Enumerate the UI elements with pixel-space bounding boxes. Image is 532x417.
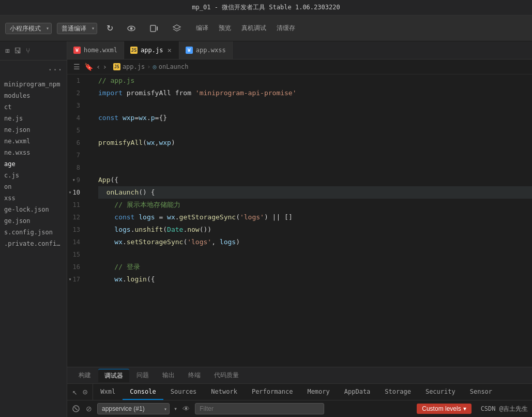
devtools-tab-sensor[interactable]: Sensor xyxy=(463,384,499,400)
sidebar-item-ne-wxml[interactable]: ne.wxml xyxy=(0,136,67,147)
breadcrumb-nav: ‹ › xyxy=(96,63,107,71)
devtools-tab-appdata[interactable]: AppData xyxy=(337,384,378,400)
devtools-tab-security[interactable]: Security xyxy=(418,384,463,400)
sidebar-icon-bar: ⊞ 🖫 ⑂ xyxy=(0,41,67,61)
appservice-select-wrap[interactable]: appservice (#1) xyxy=(97,403,170,414)
line-num-11: 11 xyxy=(67,199,85,211)
sidebar-item-ge-lock[interactable]: ge-lock.json xyxy=(0,204,67,215)
custom-levels-button[interactable]: Custom levels ▾ xyxy=(417,404,471,414)
sidebar-item-ge-json[interactable]: ge.json xyxy=(0,215,67,227)
sidebar-item-ne-js[interactable]: ne.js xyxy=(0,113,67,124)
breadcrumb: ☰ 🔖 ‹ › JS app.js › ◎ onLaunch xyxy=(67,59,532,75)
code-line-11: // 展示本地存储能力 xyxy=(98,199,532,211)
devtools-tab-sources[interactable]: Sources xyxy=(163,384,204,400)
bookmark-icon[interactable]: 🔖 xyxy=(83,62,94,72)
code-line-10: onLaunch() { xyxy=(98,186,532,199)
tab-close-app-js[interactable]: × xyxy=(166,47,172,54)
devtools-bar: ↖ ⊙ Wxml Console Sources Network Perform… xyxy=(67,384,532,400)
appservice-select[interactable]: appservice (#1) xyxy=(97,403,170,414)
sidebar-item-on[interactable]: on xyxy=(0,181,67,192)
breadcrumb-file-icon: JS xyxy=(113,63,120,70)
tab-label-home-wxml: home.wxml xyxy=(84,47,117,54)
devtools-tab-network[interactable]: Network xyxy=(204,384,245,400)
debug-tabs: 构建 调试器 问题 输出 终端 代码质量 xyxy=(67,367,532,384)
line-num-8: 8 xyxy=(67,161,85,174)
compile-select[interactable]: 普通编译 xyxy=(57,23,97,34)
mode-select[interactable]: 小程序模式 xyxy=(5,23,52,34)
devtools-tab-memory[interactable]: Memory xyxy=(300,384,337,400)
tab-home-wxml[interactable]: W home.wxml xyxy=(67,41,124,59)
branch-icon[interactable]: ⑂ xyxy=(25,46,31,56)
sidebar-item-config[interactable]: s.config.json xyxy=(0,227,67,238)
devtools-icons: ↖ ⊙ xyxy=(67,384,93,400)
devtools-tab-wxml[interactable]: Wxml xyxy=(93,384,123,400)
debug-tab-quality[interactable]: 代码质量 xyxy=(208,369,245,382)
console-filter-input[interactable] xyxy=(195,403,324,414)
devtools-tab-console[interactable]: Console xyxy=(123,384,163,400)
grid-icon[interactable]: ⊞ xyxy=(4,46,10,56)
compile-select-wrap[interactable]: 普通编译 xyxy=(57,23,97,34)
comment-1: // app.js xyxy=(98,75,134,87)
cursor-icon[interactable]: ↖ xyxy=(71,386,79,398)
code-line-2: import promisfyAll from 'miniprogram-api… xyxy=(98,87,532,99)
breadcrumb-forward[interactable]: › xyxy=(102,63,107,71)
inspect-icon[interactable]: ⊙ xyxy=(82,386,89,398)
code-area[interactable]: 1 2 3 4 5 6 7 8 ▾9 ▾10 11 12 13 14 15 16… xyxy=(67,75,532,367)
eye-icon[interactable]: 👁 xyxy=(181,404,191,414)
list-icon[interactable]: ☰ xyxy=(72,62,81,72)
sidebar-item-miniprogram-npm[interactable]: miniprogram_npm xyxy=(0,79,67,90)
sidebar-item-age[interactable]: age xyxy=(0,158,67,170)
devtools-tab-performance[interactable]: Performance xyxy=(245,384,300,400)
tab-app-wxss[interactable]: W app.wxss xyxy=(179,41,233,59)
sidebar-more[interactable]: ··· xyxy=(0,61,67,79)
svg-line-5 xyxy=(74,407,78,410)
code-line-6: promisfyAll(wx,wxp) xyxy=(98,137,532,149)
code-line-3 xyxy=(98,99,532,112)
collapse-9[interactable]: ▾ xyxy=(72,174,75,186)
mode-select-wrap[interactable]: 小程序模式 xyxy=(5,23,52,34)
code-content[interactable]: // app.js import promisfyAll from 'minip… xyxy=(93,75,532,367)
console-clear-button[interactable] xyxy=(71,404,81,413)
breadcrumb-file: app.js xyxy=(123,63,145,70)
layers-button[interactable] xyxy=(168,22,186,35)
devtools-tab-storage[interactable]: Storage xyxy=(377,384,418,400)
collapse-10[interactable]: ▾ xyxy=(69,186,72,199)
debug-tab-build[interactable]: 构建 xyxy=(72,369,97,382)
console-stop-button[interactable]: ⊘ xyxy=(85,404,93,414)
code-line-15 xyxy=(98,248,532,261)
sidebar-item-modules[interactable]: modules xyxy=(0,90,67,101)
sidebar-item-ne-wxss[interactable]: ne.wxss xyxy=(0,147,67,158)
sidebar-item-private[interactable]: .private.config.js... xyxy=(0,238,67,249)
debug-tab-debugger[interactable]: 调试器 xyxy=(98,369,129,382)
label-preview: 预览 xyxy=(219,24,231,33)
debug-tab-problems[interactable]: 问题 xyxy=(130,369,155,382)
line-num-1: 1 xyxy=(67,75,85,87)
code-line-8 xyxy=(98,161,532,174)
svg-rect-2 xyxy=(150,25,156,32)
collapse-17[interactable]: ▾ xyxy=(69,273,72,286)
debug-tab-output[interactable]: 输出 xyxy=(156,369,181,382)
keyword-import: import xyxy=(98,87,127,99)
debug-tab-terminal[interactable]: 终端 xyxy=(182,369,207,382)
line-num-5: 5 xyxy=(67,124,85,137)
save-icon[interactable]: 🖫 xyxy=(13,46,22,56)
top-bar: mp_01 - 微信开发者工具 Stable 1.06.2303220 xyxy=(0,0,532,16)
tab-icon-app-js: JS xyxy=(130,47,138,54)
breadcrumb-back[interactable]: ‹ xyxy=(96,63,100,71)
tab-icon-app-wxss: W xyxy=(186,47,193,54)
sidebar-item-xss[interactable]: xss xyxy=(0,192,67,204)
refresh-button[interactable]: ↻ xyxy=(102,21,117,35)
tab-app-js[interactable]: JS app.js × xyxy=(124,41,179,59)
preview-icon-button[interactable] xyxy=(123,22,140,35)
line-num-2: 2 xyxy=(67,87,85,99)
sidebar-item-c-js[interactable]: c.js xyxy=(0,170,67,181)
sidebar-item-ne-json[interactable]: ne.json xyxy=(0,124,67,136)
device-button[interactable] xyxy=(145,22,163,35)
breadcrumb-func-icon: ◎ xyxy=(153,63,156,70)
line-num-12: 12 xyxy=(67,211,85,224)
tab-label-app-js: app.js xyxy=(141,47,163,54)
bottom-panel: 构建 调试器 问题 输出 终端 代码质量 ↖ ⊙ Wxml Console So… xyxy=(67,367,532,417)
line-num-13: 13 xyxy=(67,224,85,236)
console-bar: ⊘ appservice (#1) ▾ 👁 Custom levels ▾ CS… xyxy=(67,400,532,417)
sidebar-item-ct[interactable]: ct xyxy=(0,101,67,113)
